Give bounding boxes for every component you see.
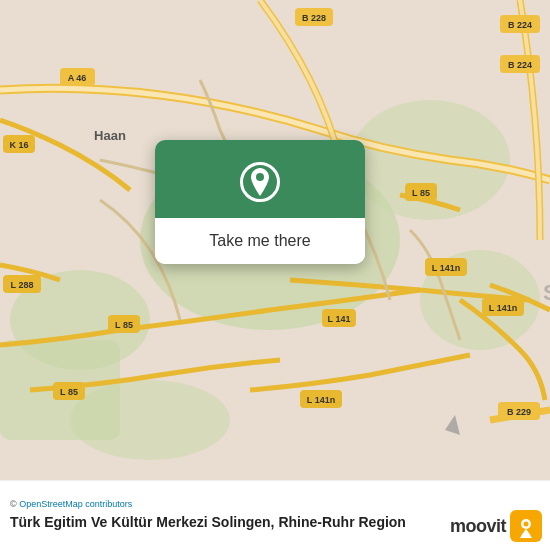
svg-text:L 85: L 85	[60, 387, 78, 397]
svg-text:Haan: Haan	[94, 128, 126, 143]
svg-text:L 141n: L 141n	[307, 395, 335, 405]
svg-text:L 141: L 141	[328, 314, 351, 324]
svg-text:B 224: B 224	[508, 20, 532, 30]
svg-text:L 288: L 288	[11, 280, 34, 290]
svg-text:B 228: B 228	[302, 13, 326, 23]
svg-point-41	[524, 522, 529, 527]
svg-text:A 46: A 46	[68, 73, 87, 83]
popup-header	[155, 140, 365, 218]
map-attribution: © OpenStreetMap contributors	[10, 499, 540, 509]
place-name: Türk Egitim Ve Kültür Merkezi Solingen, …	[10, 513, 406, 531]
svg-point-6	[70, 380, 230, 460]
popup-card: Take me there	[155, 140, 365, 264]
svg-text:S: S	[543, 280, 550, 305]
svg-text:L 85: L 85	[115, 320, 133, 330]
moovit-brand-text: moovit	[450, 516, 506, 537]
svg-text:L 141n: L 141n	[432, 263, 460, 273]
svg-text:K 16: K 16	[9, 140, 28, 150]
attribution-text: ©	[10, 499, 19, 509]
svg-text:B 229: B 229	[507, 407, 531, 417]
moovit-logo: moovit	[450, 510, 542, 542]
take-me-there-button[interactable]: Take me there	[155, 218, 365, 264]
attribution-link[interactable]: OpenStreetMap contributors	[19, 499, 132, 509]
map-container: A 46 B 228 B 224 B 224 K 16 L 85 L 85 L …	[0, 0, 550, 480]
svg-text:L 141n: L 141n	[489, 303, 517, 313]
svg-text:L 85: L 85	[412, 188, 430, 198]
bottom-bar: © OpenStreetMap contributors Türk Egitim…	[0, 480, 550, 550]
svg-text:B 224: B 224	[508, 60, 532, 70]
location-icon	[240, 162, 280, 202]
svg-point-38	[256, 173, 264, 181]
moovit-icon	[510, 510, 542, 542]
